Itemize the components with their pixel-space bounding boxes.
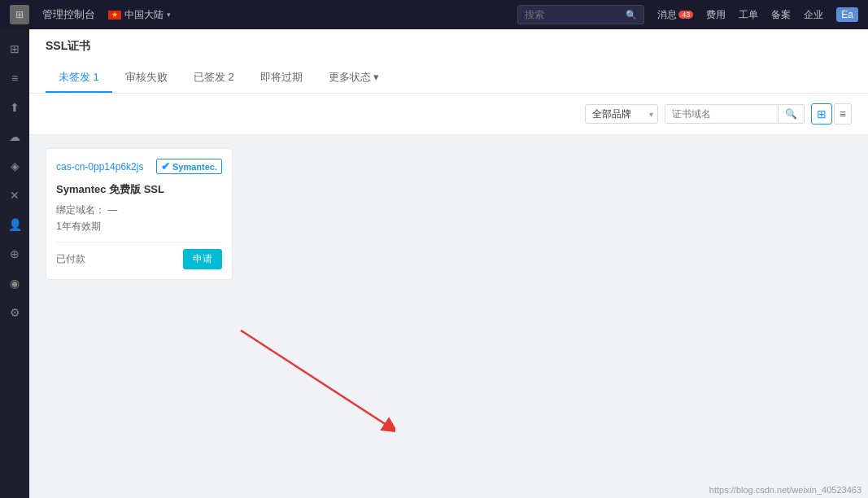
topbar-logo[interactable]: ⊞ <box>10 5 29 24</box>
certificate-grid: cas-cn-0pp14p6k2js ✔ Symantec. Symantec … <box>46 148 852 280</box>
cert-search-button[interactable]: 🔍 <box>779 104 805 124</box>
search-area: 🔍 <box>665 104 805 124</box>
toolbar: 全部品牌 Symantec GeoTrust 🔍 ⊞ ≡ <box>29 94 868 135</box>
sidebar-item-network[interactable]: ◈ <box>2 153 28 179</box>
view-toggle: ⊞ ≡ <box>811 103 852 124</box>
product-name: Symantec 免费版 SSL <box>56 182 222 197</box>
topbar-nav-icp[interactable]: 备案 <box>771 8 791 22</box>
topbar-nav-enterprise[interactable]: 企业 <box>804 8 823 22</box>
arrow-annotation <box>192 314 395 436</box>
x-icon: ✕ <box>10 189 20 202</box>
validity-row: 1年有效期 <box>56 220 222 234</box>
region-flag: ★ <box>108 11 121 20</box>
upload-icon: ⬆ <box>10 101 20 114</box>
topbar-title: 管理控制台 <box>42 7 95 22</box>
message-label: 消息 <box>657 8 677 22</box>
enterprise-label: 企业 <box>804 8 823 22</box>
topbar-search-box[interactable]: 🔍 <box>517 5 644 24</box>
footer-url: https://blog.csdn.net/weixin_40523463 <box>709 485 861 495</box>
topbar-search-icon[interactable]: 🔍 <box>626 10 637 20</box>
topbar-region[interactable]: ★ 中国大陆 ▾ <box>108 8 171 22</box>
topbar-nav: 消息 43 费用 工单 备案 企业 Ea <box>657 7 858 22</box>
sidebar-item-user[interactable]: 👤 <box>2 212 28 238</box>
card-header: cas-cn-0pp14p6k2js ✔ Symantec. <box>56 159 222 174</box>
sidebar-item-cloud[interactable]: ☁ <box>2 124 28 150</box>
region-label: 中国大陆 <box>124 8 164 22</box>
billing-label: 费用 <box>706 8 726 22</box>
brand-filter-wrapper: 全部品牌 Symantec GeoTrust <box>585 104 658 124</box>
sidebar-item-grid[interactable]: ⊞ <box>2 36 28 62</box>
sidebar: ⊞ ≡ ⬆ ☁ ◈ ✕ 👤 ⊕ ◉ ⚙ <box>0 29 29 498</box>
brand-filter-select[interactable]: 全部品牌 Symantec GeoTrust <box>585 104 658 124</box>
topbar: ⊞ 管理控制台 ★ 中国大陆 ▾ 🔍 消息 43 费用 工单 备案 企业 Ea <box>0 0 868 29</box>
sidebar-item-global[interactable]: ⊕ <box>2 241 28 267</box>
view-grid-button[interactable]: ⊞ <box>811 103 832 124</box>
tab-unsigned[interactable]: 未签发 1 <box>46 63 112 93</box>
tab-issued[interactable]: 已签发 2 <box>181 63 247 93</box>
logo-icon: ⊞ <box>15 9 24 20</box>
payment-status: 已付款 <box>56 252 85 266</box>
cloud-icon: ☁ <box>9 130 20 143</box>
user-icon: 👤 <box>8 218 22 231</box>
menu-icon: ≡ <box>11 72 18 85</box>
page-title: SSL证书 <box>46 39 852 54</box>
view-list-button[interactable]: ≡ <box>834 103 852 124</box>
tab-review-failed[interactable]: 审核失败 <box>112 63 181 93</box>
bound-domain-label: 绑定域名： <box>56 204 105 216</box>
sidebar-item-close[interactable]: ✕ <box>2 182 28 208</box>
bound-domain-value: — <box>107 204 117 216</box>
ticket-label: 工单 <box>739 8 758 22</box>
cert-card: cas-cn-0pp14p6k2js ✔ Symantec. Symantec … <box>46 148 233 280</box>
symantec-badge: ✔ Symantec. <box>156 159 222 174</box>
icp-label: 备案 <box>771 8 791 22</box>
global-icon: ⊕ <box>10 247 20 260</box>
apply-button[interactable]: 申请 <box>183 249 222 269</box>
sidebar-item-upload[interactable]: ⬆ <box>2 94 28 120</box>
content-area: SSL证书 未签发 1 审核失败 已签发 2 即将过期 更多状态 ▾ <box>29 29 868 498</box>
topbar-user-avatar[interactable]: Ea <box>836 7 858 22</box>
badge-label: Symantec. <box>172 162 217 172</box>
main-content: cas-cn-0pp14p6k2js ✔ Symantec. Symantec … <box>29 135 868 498</box>
tab-more[interactable]: 更多状态 ▾ <box>316 63 393 93</box>
grid-icon: ⊞ <box>10 42 20 55</box>
monitor-icon: ◉ <box>10 277 20 290</box>
settings-icon: ⚙ <box>10 306 20 319</box>
topbar-nav-billing[interactable]: 费用 <box>706 8 726 22</box>
bound-domain-row: 绑定域名： — <box>56 203 222 217</box>
svg-line-0 <box>241 330 391 428</box>
domain-link[interactable]: cas-cn-0pp14p6k2js <box>56 161 143 173</box>
check-icon: ✔ <box>161 160 170 173</box>
sidebar-item-menu[interactable]: ≡ <box>2 65 28 91</box>
topbar-search-input[interactable] <box>525 9 622 20</box>
message-badge: 43 <box>678 11 693 19</box>
cert-search-input[interactable] <box>665 104 779 124</box>
sidebar-item-monitor[interactable]: ◉ <box>2 270 28 296</box>
topbar-nav-message[interactable]: 消息 43 <box>657 8 693 22</box>
page-header: SSL证书 未签发 1 审核失败 已签发 2 即将过期 更多状态 ▾ <box>29 29 868 94</box>
network-icon: ◈ <box>11 159 20 173</box>
tabs: 未签发 1 审核失败 已签发 2 即将过期 更多状态 ▾ <box>46 63 852 93</box>
region-dropdown-icon: ▾ <box>167 11 171 19</box>
tab-expiring[interactable]: 即将过期 <box>247 63 316 93</box>
main-layout: ⊞ ≡ ⬆ ☁ ◈ ✕ 👤 ⊕ ◉ ⚙ SSL证书 未签发 1 审核失败 已签发… <box>0 29 868 498</box>
topbar-nav-ticket[interactable]: 工单 <box>739 8 758 22</box>
card-footer: 已付款 申请 <box>56 242 222 269</box>
sidebar-item-settings[interactable]: ⚙ <box>2 299 28 325</box>
